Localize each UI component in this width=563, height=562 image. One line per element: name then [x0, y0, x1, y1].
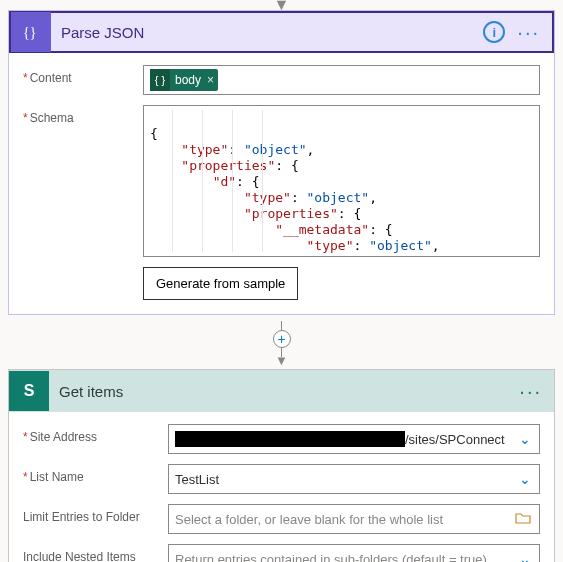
chevron-down-icon[interactable]: ⌄	[519, 471, 531, 487]
site-address-input[interactable]: /sites/SPConnect ⌄	[168, 424, 540, 454]
more-menu-icon[interactable]: ···	[515, 380, 546, 403]
code-text: "type"	[307, 238, 354, 253]
chevron-down-icon[interactable]: ⌄	[519, 551, 531, 562]
flow-connector: + ▼	[0, 319, 563, 365]
site-address-label: Site Address	[23, 424, 168, 444]
parse-json-header[interactable]: {} Parse JSON i ···	[9, 11, 554, 53]
include-nested-label: Include Nested Items	[23, 544, 168, 562]
content-label: Content	[23, 65, 143, 85]
schema-textarea[interactable]: { "type": "object", "properties": { "d":…	[143, 105, 540, 257]
close-icon[interactable]: ×	[207, 73, 214, 87]
code-text: "properties"	[244, 206, 338, 221]
parse-json-title: Parse JSON	[61, 24, 483, 41]
code-text: "type"	[244, 190, 291, 205]
include-nested-row: Include Nested Items Return entries cont…	[23, 544, 540, 562]
content-row: Content { } body ×	[23, 65, 540, 95]
code-text: "object"	[369, 238, 432, 253]
list-name-value: TestList	[175, 472, 219, 487]
get-items-body: Site Address /sites/SPConnect ⌄ List Nam…	[9, 412, 554, 562]
parse-json-body: Content { } body × Schema { "type": "obj…	[9, 53, 554, 314]
list-name-label: List Name	[23, 464, 168, 484]
code-text: "__metadata"	[275, 222, 369, 237]
flow-arrow-icon: ▼	[0, 357, 563, 365]
schema-label: Schema	[23, 105, 143, 125]
list-name-input[interactable]: TestList ⌄	[168, 464, 540, 494]
list-name-row: List Name TestList ⌄	[23, 464, 540, 494]
include-nested-input[interactable]: Return entries contained in sub-folders …	[168, 544, 540, 562]
add-step-button[interactable]: +	[273, 330, 291, 348]
limit-folder-row: Limit Entries to Folder Select a folder,…	[23, 504, 540, 534]
body-token[interactable]: { } body ×	[150, 69, 218, 91]
folder-icon[interactable]	[515, 511, 531, 527]
parse-json-card: {} Parse JSON i ··· Content { } body × S…	[8, 10, 555, 315]
generate-from-sample-button[interactable]: Generate from sample	[143, 267, 298, 300]
chevron-down-icon[interactable]: ⌄	[519, 431, 531, 447]
get-items-title: Get items	[59, 383, 515, 400]
site-address-row: Site Address /sites/SPConnect ⌄	[23, 424, 540, 454]
get-items-card: S Get items ··· Site Address /sites/SPCo…	[8, 369, 555, 562]
nested-placeholder: Return entries contained in sub-folders …	[175, 552, 487, 563]
schema-row: Schema { "type": "object", "properties":…	[23, 105, 540, 257]
svg-text:{}: {}	[23, 25, 36, 40]
limit-folder-input[interactable]: Select a folder, or leave blank for the …	[168, 504, 540, 534]
limit-folder-label: Limit Entries to Folder	[23, 504, 168, 524]
token-brace-icon: { }	[150, 69, 170, 91]
get-items-header[interactable]: S Get items ···	[9, 370, 554, 412]
redacted-text	[175, 431, 405, 447]
content-input[interactable]: { } body ×	[143, 65, 540, 95]
site-address-suffix: /sites/SPConnect	[405, 432, 505, 447]
code-text: "object"	[307, 190, 370, 205]
code-text: "type"	[181, 142, 228, 157]
sharepoint-icon: S	[9, 371, 49, 411]
code-text: {	[150, 126, 158, 141]
json-icon: {}	[11, 12, 51, 52]
code-text: "object"	[244, 142, 307, 157]
info-icon[interactable]: i	[483, 21, 505, 43]
more-menu-icon[interactable]: ···	[513, 21, 544, 44]
code-text: "properties"	[307, 254, 401, 257]
body-token-label: body	[175, 73, 201, 87]
limit-placeholder: Select a folder, or leave blank for the …	[175, 512, 443, 527]
flow-arrow-top: ▼	[0, 0, 563, 10]
